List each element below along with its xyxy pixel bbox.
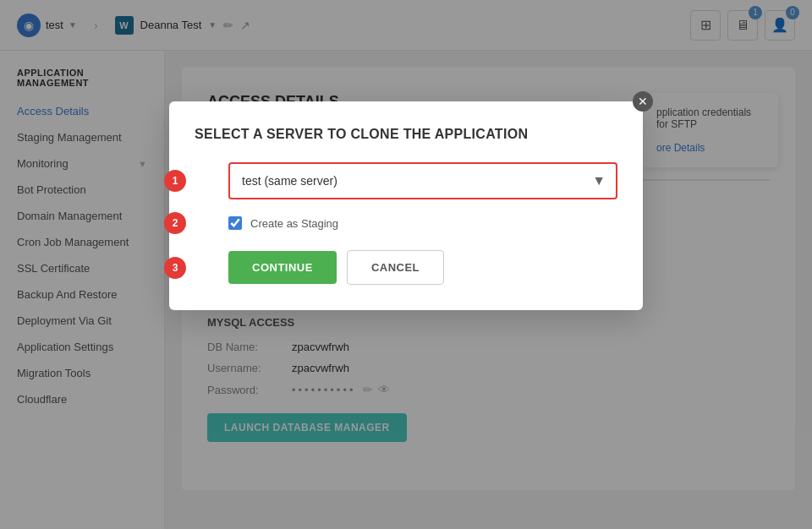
- create-as-staging-label: Create as Staging: [250, 217, 338, 230]
- continue-button[interactable]: CONTINUE: [228, 251, 337, 284]
- step3-badge: 3: [164, 257, 186, 279]
- step1-badge: 1: [164, 170, 186, 192]
- modal-title: SELECT A SERVER TO CLONE THE APPLICATION: [195, 127, 617, 142]
- step3-container: 3 CONTINUE CANCEL: [195, 250, 617, 285]
- server-select[interactable]: test (same server): [230, 164, 616, 198]
- staging-checkbox-row: Create as Staging: [228, 216, 617, 230]
- server-select-wrapper: test (same server) ▼: [228, 162, 617, 199]
- step2-badge: 2: [164, 212, 186, 234]
- create-as-staging-checkbox[interactable]: [228, 216, 242, 230]
- modal-close-button[interactable]: ✕: [633, 91, 653, 112]
- modal-actions: CONTINUE CANCEL: [228, 250, 617, 285]
- cancel-button[interactable]: CANCEL: [347, 250, 444, 285]
- modal-overlay: ✕ SELECT A SERVER TO CLONE THE APPLICATI…: [0, 0, 812, 529]
- clone-server-modal: ✕ SELECT A SERVER TO CLONE THE APPLICATI…: [169, 101, 643, 310]
- step2-container: 2 Create as Staging: [195, 216, 617, 230]
- step1-container: 1 test (same server) ▼: [195, 162, 617, 199]
